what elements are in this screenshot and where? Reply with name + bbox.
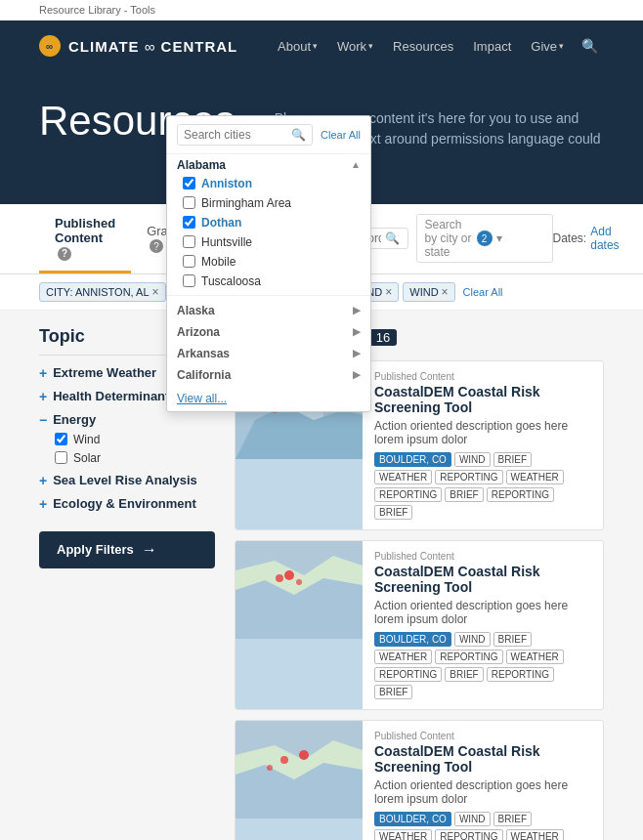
nav-impact[interactable]: Impact	[465, 33, 519, 60]
view-all-link[interactable]: View all...	[167, 386, 370, 411]
tag-weather-1: WEATHER	[374, 470, 432, 484]
sidebar-subitem-solar: Solar	[55, 451, 215, 465]
city-search-input[interactable]	[184, 128, 287, 142]
tuscaloosa-label: Tuscaloosa	[201, 274, 261, 288]
tag-reporting-2: REPORTING	[435, 650, 502, 664]
alabama-chevron-icon: ▲	[351, 159, 361, 170]
tag-weather2-1: WEATHER	[506, 470, 564, 484]
logo: ∞ CLIMATE ∞ CENTRAL	[39, 35, 237, 57]
filter-tag-wind3: WIND ×	[403, 282, 454, 302]
health-label: Health Determinants	[53, 389, 176, 403]
add-dates-link[interactable]: Add dates	[590, 225, 619, 252]
city-huntsville[interactable]: Huntsville	[167, 232, 370, 252]
search-city-select[interactable]: Search by city or state 2 ▾	[416, 214, 553, 263]
dropdown-clear-all[interactable]: Clear All	[321, 129, 361, 141]
result-desc-2: Action oriented description goes here lo…	[374, 599, 591, 626]
topic-label: Topic	[39, 326, 85, 347]
health-expand-icon: +	[39, 389, 47, 404]
result-body-2: Published Content CoastalDEM Coastal Ris…	[363, 541, 603, 709]
nav-about[interactable]: About ▾	[270, 33, 325, 60]
tag-brief3-1: BRIEF	[374, 505, 412, 520]
city-dothan[interactable]: Dothan	[167, 213, 370, 232]
remove-wind2-tag[interactable]: ×	[385, 285, 392, 299]
svg-point-15	[284, 570, 294, 580]
tuscaloosa-checkbox[interactable]	[183, 274, 195, 287]
anniston-label: Anniston	[201, 177, 252, 190]
solar-checkbox[interactable]	[55, 451, 67, 464]
tag-wind-2: WIND	[454, 632, 491, 647]
city-tuscaloosa[interactable]: Tuscaloosa	[167, 272, 370, 291]
clear-all-filters[interactable]: Clear All	[463, 286, 503, 298]
nav-resources[interactable]: Resources	[385, 33, 461, 60]
svg-point-14	[296, 579, 302, 585]
state-alaska[interactable]: Alaska ▶	[167, 300, 370, 321]
birmingham-checkbox[interactable]	[183, 196, 195, 209]
remove-wind3-tag[interactable]: ×	[442, 285, 449, 299]
wind-checkbox[interactable]	[55, 433, 67, 445]
navbar-links: About ▾ Work ▾ Resources Impact Give ▾ 🔍	[270, 32, 604, 60]
city-mobile[interactable]: Mobile	[167, 252, 370, 272]
state-arkansas[interactable]: Arkansas ▶	[167, 343, 370, 364]
extreme-weather-expand-icon: +	[39, 365, 47, 381]
tag-boulder-3: BOULDER, CO	[374, 812, 451, 826]
result-source-3: Published Content	[374, 731, 591, 741]
tag-brief-2: BRIEF	[493, 632, 532, 647]
state-alabama[interactable]: Alabama ▲	[167, 154, 370, 174]
tag-weather2-2: WEATHER	[506, 650, 564, 664]
navbar: ∞ CLIMATE ∞ CENTRAL About ▾ Work ▾ Resou…	[0, 21, 643, 71]
arkansas-label: Arkansas	[177, 347, 230, 360]
result-card-2: Published Content CoastalDEM Coastal Ris…	[235, 540, 604, 710]
arkansas-chevron-icon: ▶	[353, 348, 361, 358]
state-divider-1	[167, 295, 370, 296]
mobile-checkbox[interactable]	[183, 255, 195, 268]
result-title-link-1[interactable]: CoastalDEM Coastal Risk Screening Tool	[374, 384, 591, 415]
search-keyword-icon: 🔍	[385, 231, 400, 245]
tag-weather2-3: WEATHER	[506, 829, 564, 841]
ecology-header[interactable]: + Ecology & Environment	[39, 496, 215, 512]
result-title-link-2[interactable]: CoastalDEM Coastal Risk Screening Tool	[374, 564, 591, 595]
city-dropdown: 🔍 Clear All Alabama ▲ Anniston Birmingha…	[166, 115, 371, 412]
city-search-icon: 🔍	[291, 128, 306, 142]
huntsville-checkbox[interactable]	[183, 235, 195, 248]
state-california[interactable]: California ▶	[167, 364, 370, 386]
result-card-3: Published Content CoastalDEM Coastal Ris…	[235, 720, 604, 841]
sea-level-header[interactable]: + Sea Level Rise Analysis	[39, 473, 215, 488]
arizona-label: Arizona	[177, 325, 220, 339]
city-anniston[interactable]: Anniston	[167, 174, 370, 193]
anniston-checkbox[interactable]	[183, 177, 195, 189]
result-title-link-3[interactable]: CoastalDEM Coastal Risk Screening Tool	[374, 743, 591, 775]
result-image-3	[236, 721, 363, 841]
search-city-placeholder: Search by city or state	[425, 218, 473, 259]
nav-work[interactable]: Work ▾	[329, 33, 381, 60]
energy-header[interactable]: − Energy	[39, 412, 215, 428]
nav-give[interactable]: Give ▾	[523, 33, 572, 60]
work-chevron-icon: ▾	[368, 41, 373, 51]
breadcrumb: Resource Library - Tools	[0, 0, 643, 21]
tag-brief-1: BRIEF	[493, 452, 532, 467]
tag-boulder-1: BOULDER, CO	[374, 452, 451, 467]
city-birmingham[interactable]: Birmingham Area	[167, 193, 370, 213]
result-tags-1: BOULDER, CO WIND BRIEF WEATHER REPORTING…	[374, 452, 591, 520]
tag-brief3-2: BRIEF	[374, 685, 412, 699]
city-filter-badge: 2	[477, 231, 493, 246]
svg-point-19	[280, 756, 288, 764]
nav-search-icon[interactable]: 🔍	[576, 32, 604, 60]
mobile-label: Mobile	[201, 255, 236, 269]
huntsville-label: Huntsville	[201, 235, 252, 249]
state-arizona[interactable]: Arizona ▶	[167, 321, 370, 343]
main-content: Topic + Extreme Weather + Health Determi…	[0, 311, 643, 841]
tab-info-badge: ?	[58, 247, 71, 261]
apply-arrow-icon: →	[142, 541, 157, 559]
dothan-label: Dothan	[201, 216, 241, 230]
apply-filters-button[interactable]: Apply Filters →	[39, 531, 215, 568]
apply-filters-label: Apply Filters	[57, 542, 134, 557]
svg-point-13	[276, 574, 283, 582]
filter-tag-anniston: CITY: ANNISTON, AL ×	[39, 282, 166, 302]
result-body-1: Published Content CoastalDEM Coastal Ris…	[363, 361, 603, 529]
tag-weather-2: WEATHER	[374, 650, 432, 664]
tab-published-content[interactable]: Published Content ?	[39, 204, 131, 273]
dothan-checkbox[interactable]	[183, 216, 195, 229]
remove-anniston-tag[interactable]: ×	[152, 285, 159, 299]
extreme-weather-label: Extreme Weather	[53, 365, 156, 380]
svg-point-21	[267, 765, 273, 771]
